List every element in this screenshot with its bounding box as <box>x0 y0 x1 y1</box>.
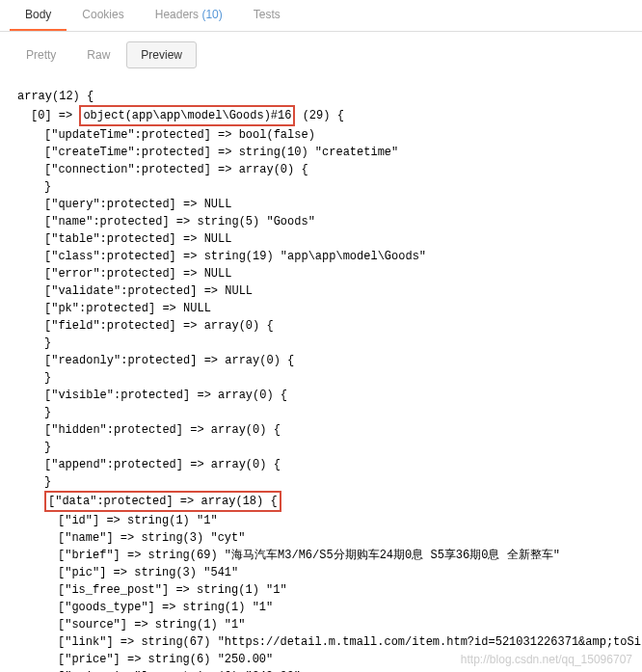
subtab-raw[interactable]: Raw <box>72 41 124 68</box>
dump-line: ["createTime":protected] => string(10) "… <box>17 144 625 161</box>
dump-line: } <box>17 178 625 196</box>
tab-cookies[interactable]: Cookies <box>67 0 139 31</box>
dump-line: ["name":protected] => string(5) "Goods" <box>17 213 625 230</box>
dump-line: ["connection":protected] => array(0) { <box>17 161 625 178</box>
highlight-object: object(app\app\model\Goods)#16 <box>79 105 295 126</box>
dump-line: ["is_free_post"] => string(1) "1" <box>17 581 625 599</box>
dump-line: ["readonly":protected] => array(0) { <box>17 352 625 369</box>
dump-line: ["updateTime":protected] => bool(false) <box>17 126 625 144</box>
dump-line: } <box>17 335 625 352</box>
dump-line: ["hidden":protected] => array(0) { <box>17 421 625 439</box>
dump-line: ["name"] => string(3) "cyt" <box>17 529 625 547</box>
dump-line: } <box>17 473 625 491</box>
subtab-pretty[interactable]: Pretty <box>12 41 70 68</box>
dump-line: ["pk":protected] => NULL <box>17 300 625 317</box>
dump-line: array(12) { <box>17 88 625 105</box>
dump-line: ["visible":protected] => array(0) { <box>17 387 625 404</box>
tab-headers[interactable]: Headers (10) <box>140 0 238 31</box>
dump-line: ["field":protected] => array(0) { <box>17 317 625 335</box>
watermark: http://blog.csdn.net/qq_15096707 <box>461 653 632 666</box>
dump-line: ["error":protected] => NULL <box>17 265 625 282</box>
dump-line: ["brief"] => string(69) "海马汽车M3/M6/S5分期购… <box>17 547 625 564</box>
dump-line: ["table":protected] => NULL <box>17 230 625 248</box>
response-tabs: Body Cookies Headers (10) Tests <box>0 0 642 32</box>
dump-line: ["pic"] => string(3) "541" <box>17 564 625 581</box>
tab-headers-count: (10) <box>201 8 222 21</box>
tab-body[interactable]: Body <box>10 0 67 31</box>
dump-line: ["goods_type"] => string(1) "1" <box>17 599 625 616</box>
dump-line: ["source"] => string(1) "1" <box>17 616 625 633</box>
dump-line: } <box>17 404 625 421</box>
subtab-preview[interactable]: Preview <box>126 41 197 68</box>
dump-line: ["id"] => string(1) "1" <box>17 512 625 529</box>
tab-tests[interactable]: Tests <box>238 0 296 31</box>
dump-line: [0] => object(app\app\model\Goods)#16 (2… <box>17 105 625 126</box>
response-preview: array(12) { [0] => object(app\app\model\… <box>0 78 642 672</box>
dump-line: ["data":protected] => array(18) { <box>17 491 625 512</box>
dump-line: ["class":protected] => string(19) "app\a… <box>17 248 625 265</box>
dump-line: } <box>17 439 625 456</box>
tab-headers-label: Headers <box>155 8 199 21</box>
dump-line: } <box>17 369 625 387</box>
dump-line: ["validate":protected] => NULL <box>17 282 625 300</box>
dump-line: ["append":protected] => array(0) { <box>17 456 625 473</box>
dump-line: ["link"] => string(67) "https://detail.m… <box>17 633 625 651</box>
dump-line: ["ori_price"] => string(6) "249.00" <box>17 668 625 672</box>
view-mode-tabs: Pretty Raw Preview <box>0 32 642 78</box>
dump-line: ["query":protected] => NULL <box>17 196 625 213</box>
highlight-data: ["data":protected] => array(18) { <box>44 491 281 512</box>
